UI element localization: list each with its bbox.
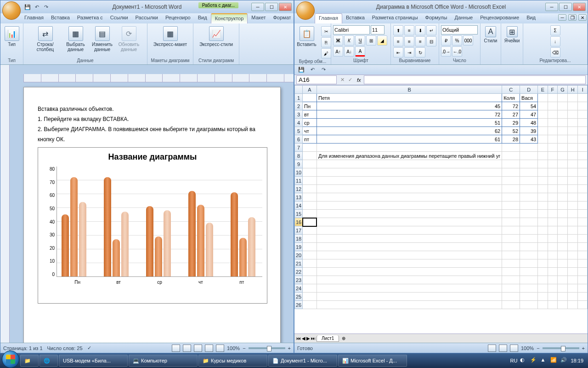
tab-pagelayout-excel[interactable]: Разметка страницы <box>368 13 422 23</box>
fill-color-button[interactable]: ◢ <box>377 35 387 46</box>
wrap-text[interactable]: ↵ <box>426 25 436 35</box>
maximize-button-excel[interactable]: ☐ <box>559 3 572 11</box>
align-top[interactable]: ⬆ <box>393 25 403 35</box>
format-painter-icon[interactable]: 🖌 <box>321 48 331 58</box>
align-center[interactable]: ≡ <box>404 36 414 46</box>
quick-launch[interactable]: 🌐 <box>40 355 58 367</box>
tab-formulas[interactable]: Формулы <box>422 13 451 23</box>
worksheet[interactable]: ABCDEFGHI1ПетяКоляВася2Пн4572543вт722747… <box>294 85 588 334</box>
copy-icon[interactable]: ⎘ <box>321 37 331 47</box>
page-break-view[interactable] <box>510 345 518 352</box>
tab-chart-layout[interactable]: Макет <box>248 13 269 23</box>
select-data-button[interactable]: ▦Выбрать данные <box>63 26 88 52</box>
close-button-excel[interactable]: ✕ <box>573 3 586 11</box>
zoom-in-excel[interactable]: + <box>582 345 585 351</box>
zoom-level[interactable]: 100% <box>227 345 240 351</box>
page-status[interactable]: Страница: 1 из 1 <box>3 345 43 351</box>
shrink-font-button[interactable]: A↓ <box>344 46 354 57</box>
name-box[interactable] <box>296 75 337 84</box>
workbook-restore[interactable]: ❐ <box>568 14 577 21</box>
save-icon-excel[interactable]: 💾 <box>297 66 305 74</box>
border-button[interactable]: ⊞ <box>366 35 376 46</box>
merge-button[interactable]: ⊟ <box>426 36 436 46</box>
redo-icon[interactable]: ↷ <box>42 3 50 11</box>
underline-button[interactable]: Ч <box>355 35 365 46</box>
indent-inc[interactable]: ⇥ <box>404 47 414 58</box>
print-layout-view[interactable] <box>172 345 180 352</box>
tab-nav-first[interactable]: ⏮ <box>296 336 301 341</box>
tab-insert-excel[interactable]: Вставка <box>342 13 368 23</box>
office-orb-excel[interactable] <box>296 1 315 20</box>
redo-icon-excel[interactable]: ↷ <box>319 66 328 74</box>
cut-icon[interactable]: ✂ <box>321 26 331 36</box>
taskbar-item[interactable]: 📁 Курсы медиков <box>198 355 267 367</box>
tab-review-excel[interactable]: Рецензирование <box>476 13 523 23</box>
zoom-out-button[interactable]: − <box>243 345 245 351</box>
italic-button[interactable]: К <box>344 35 354 46</box>
close-button[interactable]: ✕ <box>279 3 292 11</box>
tab-refs[interactable]: Ссылки <box>107 13 132 23</box>
word-titlebar[interactable]: 💾 ↶ ↷ Документ1 - Microsoft Word Работа … <box>0 0 294 13</box>
indent-dec[interactable]: ⇤ <box>393 47 403 58</box>
tab-home[interactable]: Главная <box>21 13 47 23</box>
bold-button[interactable]: Ж <box>333 35 343 46</box>
percent-button[interactable]: % <box>452 35 462 46</box>
autosum-button[interactable]: Σ <box>550 25 560 35</box>
outline-view[interactable] <box>205 345 213 352</box>
lang-indicator[interactable]: RU <box>510 358 518 363</box>
tab-nav-prev[interactable]: ◀ <box>302 336 305 341</box>
chart-object[interactable]: Название диаграммы 01020304050607080 Пнв… <box>38 147 267 304</box>
document-page[interactable]: Вставка различных объектов. 1. Перейдите… <box>23 87 281 343</box>
zoom-slider[interactable] <box>249 347 285 349</box>
quick-layout-button[interactable]: ▦Экспресс-макет <box>151 26 190 47</box>
save-icon[interactable]: 💾 <box>23 3 32 11</box>
zoom-out-excel[interactable]: − <box>537 345 539 351</box>
number-format-select[interactable] <box>441 25 478 34</box>
word-count[interactable]: Число слов: 25 <box>47 345 83 351</box>
taskbar-item[interactable]: USB-модем «Била... <box>59 355 128 367</box>
draft-view[interactable] <box>216 345 224 352</box>
align-left[interactable]: ≡ <box>393 36 403 46</box>
new-sheet-button[interactable]: ⊕ <box>342 336 345 341</box>
font-color-button[interactable]: A <box>355 46 365 57</box>
paste-button[interactable]: 📋Вставить <box>294 26 319 47</box>
start-button[interactable] <box>2 351 19 368</box>
horizontal-ruler[interactable] <box>23 74 294 82</box>
volume-icon[interactable]: 🔊 <box>560 357 568 364</box>
tab-layout[interactable]: Разметка с <box>74 13 107 23</box>
tray-icon[interactable]: ◐ <box>520 357 527 364</box>
font-name-select[interactable] <box>333 25 370 34</box>
currency-button[interactable]: ₽ <box>441 35 451 46</box>
page-layout-view[interactable] <box>499 345 507 352</box>
workbook-close[interactable]: ✕ <box>578 14 587 21</box>
tab-view[interactable]: Вид <box>194 13 211 23</box>
clear-button[interactable]: ⌫ <box>550 47 560 58</box>
tab-insert[interactable]: Вставка <box>47 13 74 23</box>
cancel-fx-icon[interactable]: ✕ <box>339 77 346 83</box>
tab-mail[interactable]: Рассылки <box>132 13 162 23</box>
quick-launch[interactable]: 📁 <box>20 355 39 367</box>
tray-icon[interactable]: ⚡ <box>530 357 537 364</box>
fill-button[interactable]: ↓ <box>550 36 560 46</box>
quick-styles-button[interactable]: 📈Экспресс-стили <box>197 26 236 47</box>
switch-row-col-button[interactable]: ⇄Строка/столбец <box>29 26 62 52</box>
dec-decimal[interactable]: ←.0 <box>452 46 462 57</box>
office-orb[interactable] <box>2 1 21 20</box>
normal-view[interactable] <box>488 345 496 352</box>
inc-decimal[interactable]: .0→ <box>441 46 451 57</box>
minimize-button[interactable]: ─ <box>251 3 264 11</box>
undo-icon[interactable]: ↶ <box>33 3 41 11</box>
fx-icon[interactable]: fx <box>354 77 364 83</box>
orientation[interactable]: ↻ <box>415 47 425 58</box>
chart-type-button[interactable]: 📊Тип <box>0 26 24 47</box>
excel-titlebar[interactable]: Диаграмма в Microsoft Office Word - Micr… <box>294 0 588 13</box>
zoom-in-button[interactable]: + <box>288 345 291 351</box>
tab-nav-last[interactable]: ⏭ <box>311 336 316 341</box>
taskbar-item[interactable]: 💻 Компьютер <box>129 355 198 367</box>
zoom-level-excel[interactable]: 100% <box>521 345 534 351</box>
reading-view[interactable] <box>183 345 191 352</box>
tab-format[interactable]: Формат <box>270 13 295 23</box>
taskbar-item[interactable]: 📄 Документ1 - Micro... <box>268 355 337 367</box>
tab-design[interactable]: Конструктор <box>211 13 248 23</box>
tray-icon[interactable]: ▲ <box>540 357 548 364</box>
